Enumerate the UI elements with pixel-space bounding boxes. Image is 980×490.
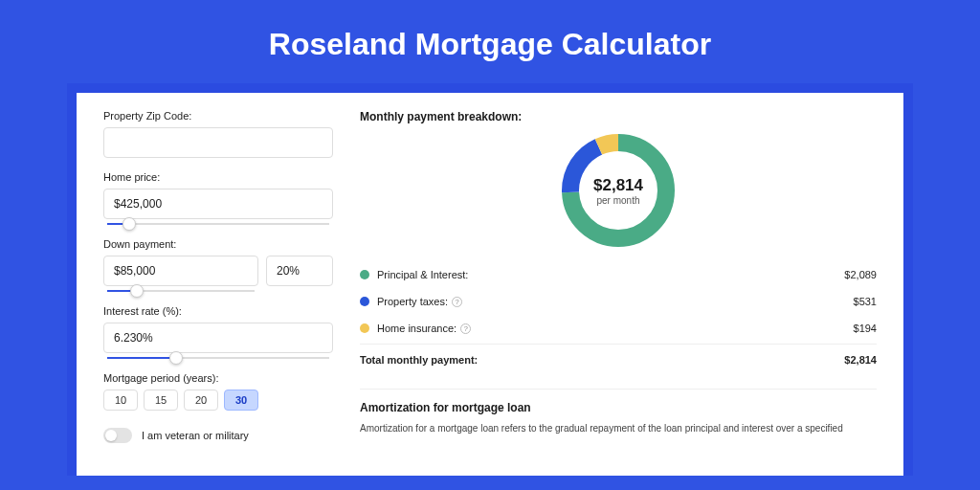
breakdown-header: Monthly payment breakdown:	[360, 110, 877, 123]
period-option-10[interactable]: 10	[103, 390, 138, 411]
legend-row: Property taxes:?$531	[360, 288, 877, 315]
mortgage-period-label: Mortgage period (years):	[103, 372, 333, 384]
donut-sublabel: per month	[596, 195, 639, 206]
legend-label: Principal & Interest:	[377, 269, 844, 280]
legend-label: Property taxes:?	[377, 296, 854, 307]
amortization-header: Amortization for mortgage loan	[360, 401, 877, 414]
period-option-15[interactable]: 15	[144, 390, 178, 411]
down-payment-slider[interactable]	[107, 290, 255, 292]
legend-dot	[360, 323, 369, 333]
veteran-toggle[interactable]	[103, 428, 132, 443]
veteran-row: I am veteran or military	[103, 428, 333, 443]
period-option-30[interactable]: 30	[224, 390, 258, 411]
legend-row: Home insurance:?$194	[360, 315, 877, 342]
legend-row: Principal & Interest:$2,089	[360, 261, 877, 288]
zip-label: Property Zip Code:	[103, 110, 333, 122]
zip-field: Property Zip Code:	[103, 110, 333, 158]
interest-label: Interest rate (%):	[103, 305, 333, 317]
form-panel: Property Zip Code: Home price: Down paym…	[103, 110, 333, 476]
info-icon[interactable]: ?	[452, 297, 462, 307]
down-payment-field: Down payment:	[103, 238, 333, 292]
legend-dot	[360, 270, 369, 279]
amortization-section: Amortization for mortgage loan Amortizat…	[360, 389, 877, 435]
interest-input[interactable]	[103, 323, 333, 353]
info-icon[interactable]: ?	[460, 323, 471, 334]
slider-thumb[interactable]	[130, 284, 144, 298]
down-payment-label: Down payment:	[103, 238, 333, 250]
donut-wrap: $2,814 per month	[360, 133, 877, 248]
down-payment-input[interactable]	[103, 256, 258, 286]
mortgage-period-options: 10152030	[103, 390, 333, 411]
home-price-input[interactable]	[103, 189, 333, 219]
zip-input[interactable]	[103, 127, 333, 158]
mortgage-period-field: Mortgage period (years): 10152030	[103, 372, 333, 411]
calculator-card: Property Zip Code: Home price: Down paym…	[77, 93, 903, 476]
slider-thumb[interactable]	[169, 351, 183, 365]
total-value: $2,814	[844, 354, 877, 366]
period-option-20[interactable]: 20	[184, 390, 218, 411]
amortization-body: Amortization for a mortgage loan refers …	[360, 422, 877, 435]
legend-dot	[360, 297, 369, 306]
slider-thumb[interactable]	[122, 217, 136, 231]
veteran-label: I am veteran or military	[142, 430, 249, 441]
toggle-knob	[105, 430, 117, 441]
legend-value: $2,089	[844, 269, 877, 280]
card-backdrop: Property Zip Code: Home price: Down paym…	[67, 83, 913, 476]
legend-value: $531	[854, 296, 877, 307]
total-label: Total monthly payment:	[360, 354, 844, 366]
down-payment-pct-input[interactable]	[266, 256, 333, 286]
total-row: Total monthly payment: $2,814	[360, 344, 877, 375]
breakdown-panel: Monthly payment breakdown: $2,814 per mo…	[360, 110, 877, 476]
page-title: Roseland Mortgage Calculator	[67, 0, 913, 83]
donut-amount: $2,814	[593, 176, 643, 195]
donut-center: $2,814 per month	[561, 133, 676, 248]
legend-value: $194	[854, 323, 877, 334]
home-price-field: Home price:	[103, 171, 333, 225]
legend: Principal & Interest:$2,089Property taxe…	[360, 261, 877, 342]
home-price-label: Home price:	[103, 171, 333, 183]
interest-slider[interactable]	[107, 357, 329, 359]
legend-label: Home insurance:?	[377, 323, 854, 334]
payment-donut-chart: $2,814 per month	[561, 133, 676, 248]
home-price-slider[interactable]	[107, 223, 329, 225]
interest-field: Interest rate (%):	[103, 305, 333, 359]
